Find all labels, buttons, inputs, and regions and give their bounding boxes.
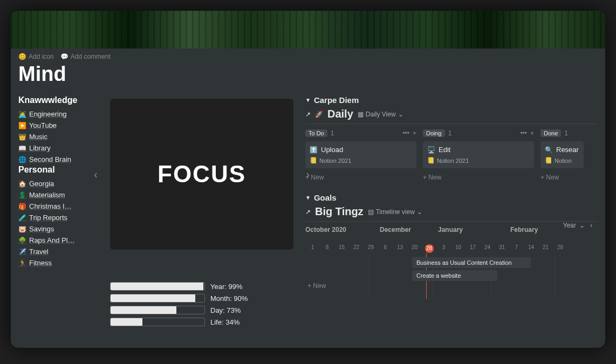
timeline-day: 1 [305, 244, 320, 253]
timeline-month: January [438, 226, 463, 233]
focus-text: FOCUS [158, 161, 246, 188]
rocket-icon: 🚀 [315, 111, 323, 118]
timeline-day: 28 [422, 244, 436, 253]
column-count: 1 [448, 129, 452, 137]
knowledge-heading: Knawwwledge [18, 95, 98, 105]
column-count: 1 [331, 129, 334, 137]
timeline-day: 8 [320, 244, 334, 253]
add-comment-button[interactable]: 💬 Add comment [60, 53, 111, 60]
timeline-day: 10 [451, 244, 466, 253]
sidebar-item[interactable]: 🐷Savings [18, 223, 98, 235]
item-icon: 🎁 [18, 203, 26, 210]
item-icon: 🐷 [18, 225, 26, 233]
sidebar-item[interactable]: 🧑‍💻Engineering [18, 108, 98, 120]
big-tingz-title[interactable]: Big Tingz [315, 205, 364, 218]
item-label: Engineering [29, 110, 66, 118]
focus-next-button[interactable]: › [306, 168, 310, 181]
item-icon: 👑 [18, 133, 26, 141]
item-label: Savings [29, 225, 54, 233]
daily-view-selector[interactable]: ▦ Daily View ⌄ [358, 111, 403, 118]
open-goals-db-icon[interactable]: ↗ [305, 208, 311, 216]
timeline-day: 15 [334, 244, 349, 253]
sidebar-item[interactable]: 🎁Christmas I… [18, 201, 98, 212]
sidebar-item[interactable]: ▶️YouTube [18, 120, 98, 131]
page-title: Mind [11, 60, 605, 95]
progress-label: Life: 34% [210, 318, 239, 326]
personal-heading: Personal [18, 165, 98, 175]
column-add-icon[interactable]: + [530, 129, 534, 137]
board-card[interactable]: 🔍Resear📒Notion [540, 141, 584, 168]
item-icon: 🏠 [18, 180, 26, 188]
item-label: Materialism [29, 191, 65, 199]
board-card[interactable]: 🖥️Edit📒Notion 2021 [423, 141, 534, 168]
card-title: Upload [321, 146, 343, 154]
progress-bar [110, 318, 205, 326]
card-icon: ⬆️ [310, 146, 318, 154]
item-label: Fitness [29, 259, 52, 267]
column-menu-icon[interactable]: ••• [520, 129, 527, 137]
tag-icon: 📒 [545, 157, 552, 164]
card-icon: 🔍 [545, 146, 553, 154]
sidebar-item[interactable]: 📖Library [18, 142, 98, 154]
timeline-day: 17 [466, 244, 480, 253]
sidebar-item[interactable]: 💲Materialism [18, 189, 98, 201]
column-count: 1 [564, 129, 568, 137]
item-label: Travel [29, 248, 49, 256]
focus-card: ‹ FOCUS › [110, 99, 293, 250]
progress-bar [110, 306, 205, 314]
item-label: Christmas I… [29, 202, 72, 210]
timeline-day: 21 [538, 244, 553, 253]
timeline-day: 14 [524, 244, 538, 253]
item-label: Georgia [29, 180, 54, 188]
item-icon: ✈️ [18, 248, 26, 256]
timeline-day: 28 [553, 244, 567, 253]
timeline-day: 6 [378, 244, 393, 253]
sidebar-item[interactable]: 🌐Second Brain [18, 154, 98, 165]
progress-label: Month: 90% [210, 294, 248, 303]
item-label: Second Brain [29, 155, 71, 163]
column-tag: To Do [305, 129, 327, 137]
sidebar-item[interactable]: 🏠Georgia [18, 178, 98, 189]
sidebar-item[interactable]: ✈️Travel [18, 246, 98, 257]
timeline-view-selector[interactable]: ▤ Timeline view ⌄ [368, 208, 422, 216]
timeline-day: 22 [349, 244, 364, 253]
timeline-new-button[interactable]: + New [307, 282, 326, 290]
item-label: YouTube [29, 121, 57, 129]
column-add-icon[interactable]: + [413, 129, 416, 137]
daily-db-title[interactable]: Daily [327, 108, 353, 120]
focus-prev-button[interactable]: ‹ [94, 168, 98, 181]
timeline-bar[interactable]: Create a website [412, 270, 497, 281]
progress-bar [110, 294, 205, 303]
card-title: Resear [556, 146, 579, 154]
goals-toggle[interactable]: ▼Goals [305, 193, 598, 202]
item-icon: 📖 [18, 145, 26, 152]
tag-icon: 📒 [427, 157, 435, 164]
column-tag: Done [540, 129, 561, 137]
timeline-day: 24 [480, 244, 495, 253]
item-icon: 🌐 [18, 156, 26, 163]
year-selector[interactable]: Year ⌄ ‹ [563, 222, 592, 229]
board-card[interactable]: ⬆️Upload📒Notion 2021 [305, 141, 416, 168]
column-menu-icon[interactable]: ••• [402, 129, 409, 137]
card-tag-label: Notion 2021 [437, 157, 469, 164]
progress-bar [110, 282, 205, 291]
new-card-button[interactable]: + New [305, 171, 416, 183]
sidebar-item[interactable]: 🧪Trip Reports [18, 212, 98, 223]
carpe-diem-toggle[interactable]: ▼Carpe Diem [305, 95, 598, 105]
timeline-day: 13 [393, 244, 407, 253]
sidebar-item[interactable]: 🌳Raps And Pl… [18, 235, 98, 246]
sidebar-item[interactable]: 🏃Fitness [18, 257, 98, 269]
new-card-button[interactable]: + New [540, 171, 584, 183]
open-db-icon[interactable]: ↗ [305, 111, 311, 118]
new-card-button[interactable]: + New [423, 171, 534, 183]
timeline-month: February [510, 226, 538, 233]
progress-label: Year: 99% [210, 283, 243, 291]
card-icon: 🖥️ [427, 146, 435, 154]
timeline-bar[interactable]: Business as Usual Content Creation [412, 257, 531, 268]
card-tag-label: Notion 2021 [319, 157, 351, 164]
add-icon-button[interactable]: 😊 Add icon [18, 53, 54, 60]
item-icon: 🧪 [18, 214, 26, 222]
sidebar-item[interactable]: 👑Music [18, 131, 98, 142]
item-icon: 🌳 [18, 237, 26, 244]
timeline-month: December [380, 226, 411, 233]
